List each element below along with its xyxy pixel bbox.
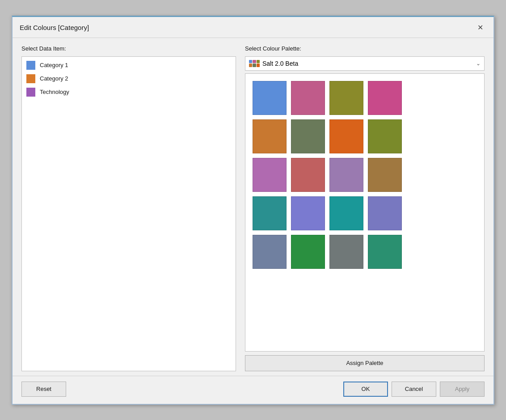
color-cell[interactable] bbox=[291, 81, 325, 115]
dialog-body: Select Data Item: Category 1Category 2Te… bbox=[13, 38, 493, 376]
item-color-swatch bbox=[26, 88, 35, 97]
close-button[interactable]: ✕ bbox=[474, 21, 486, 34]
list-item[interactable]: Category 1 bbox=[22, 59, 236, 72]
color-cell[interactable] bbox=[329, 235, 363, 269]
left-panel: Select Data Item: Category 1Category 2Te… bbox=[21, 45, 236, 371]
color-cell[interactable] bbox=[329, 119, 363, 153]
data-item-section-label: Select Data Item: bbox=[21, 45, 236, 52]
color-grid-container bbox=[245, 73, 485, 352]
title-bar: Edit Colours [Category] ✕ bbox=[13, 17, 493, 38]
right-panel: Select Colour Palette: Salt 2.0 Beta ⌄ bbox=[245, 45, 485, 371]
color-cell[interactable] bbox=[368, 119, 402, 153]
color-cell[interactable] bbox=[368, 196, 402, 230]
edit-colours-dialog: Edit Colours [Category] ✕ Select Data It… bbox=[12, 16, 494, 405]
palette-dropdown[interactable]: Salt 2.0 Beta ⌄ bbox=[245, 56, 485, 71]
color-cell[interactable] bbox=[291, 119, 325, 153]
apply-button[interactable]: Apply bbox=[440, 382, 485, 397]
item-color-swatch bbox=[26, 74, 35, 83]
chevron-down-icon: ⌄ bbox=[476, 60, 481, 67]
list-item[interactable]: Category 2 bbox=[22, 72, 236, 85]
item-label: Category 1 bbox=[40, 62, 68, 68]
color-cell[interactable] bbox=[368, 81, 402, 115]
list-item[interactable]: Technology bbox=[22, 85, 236, 99]
data-item-list: Category 1Category 2Technology bbox=[21, 56, 236, 371]
color-cell[interactable] bbox=[291, 196, 325, 230]
item-color-swatch bbox=[26, 61, 35, 70]
reset-button[interactable]: Reset bbox=[21, 382, 66, 397]
color-cell[interactable] bbox=[368, 235, 402, 269]
ok-button[interactable]: OK bbox=[343, 382, 388, 397]
color-cell[interactable] bbox=[329, 158, 363, 192]
dialog-footer: Reset OK Cancel Apply bbox=[13, 376, 493, 404]
color-cell[interactable] bbox=[329, 196, 363, 230]
cancel-button[interactable]: Cancel bbox=[392, 382, 436, 397]
color-cell[interactable] bbox=[329, 81, 363, 115]
color-cell[interactable] bbox=[253, 235, 287, 269]
color-cell[interactable] bbox=[253, 81, 287, 115]
palette-preview-icon bbox=[249, 60, 260, 67]
item-label: Technology bbox=[40, 89, 69, 95]
color-cell[interactable] bbox=[368, 158, 402, 192]
palette-dropdown-label: Salt 2.0 Beta bbox=[262, 60, 298, 67]
item-label: Category 2 bbox=[40, 75, 68, 82]
assign-palette-button[interactable]: Assign Palette bbox=[245, 355, 485, 371]
color-grid bbox=[253, 81, 477, 269]
color-cell[interactable] bbox=[291, 235, 325, 269]
colour-palette-section-label: Select Colour Palette: bbox=[245, 45, 485, 52]
footer-left: Reset bbox=[21, 382, 66, 397]
color-cell[interactable] bbox=[253, 119, 287, 153]
dialog-title: Edit Colours [Category] bbox=[20, 24, 89, 31]
color-cell[interactable] bbox=[253, 196, 287, 230]
footer-right: OK Cancel Apply bbox=[343, 382, 485, 397]
color-cell[interactable] bbox=[253, 158, 287, 192]
color-cell[interactable] bbox=[291, 158, 325, 192]
